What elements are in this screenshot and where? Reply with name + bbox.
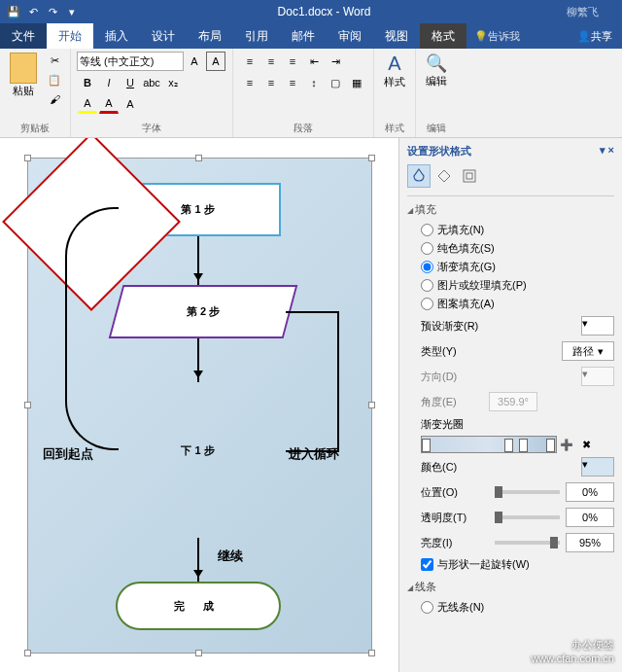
loop-connector[interactable] — [286, 311, 339, 452]
resize-handle[interactable] — [24, 650, 31, 656]
color-picker[interactable]: ▾ — [581, 457, 614, 477]
effects-tab-icon[interactable] — [432, 164, 456, 188]
fill-section[interactable]: 填充 — [407, 202, 614, 217]
tab-layout[interactable]: 布局 — [187, 23, 233, 49]
brightness-label: 亮度(I) — [421, 536, 489, 550]
indent-inc-button[interactable]: ⇥ — [326, 52, 345, 71]
gradient-stop[interactable] — [546, 439, 555, 452]
step1-label: 第 1 步 — [181, 202, 214, 217]
pane-close-icon[interactable]: ▾ × — [600, 144, 614, 159]
tab-references[interactable]: 引用 — [233, 23, 280, 49]
svg-rect-2 — [466, 173, 472, 179]
undo-icon[interactable]: ↶ — [24, 3, 42, 20]
char-border-icon[interactable]: A — [206, 52, 225, 71]
font-size-inc-icon[interactable]: A — [185, 52, 204, 71]
styles-button[interactable]: A 样式 — [380, 51, 409, 91]
highlight-button[interactable]: A — [78, 94, 97, 114]
editing-button[interactable]: 🔍 编辑 — [422, 51, 451, 90]
transparency-label: 透明度(T) — [421, 511, 489, 525]
tab-view[interactable]: 视图 — [373, 23, 420, 49]
indent-dec-button[interactable]: ⇤ — [304, 52, 324, 71]
align-right-button[interactable]: ≡ — [283, 73, 302, 92]
borders-button[interactable]: ▦ — [347, 73, 366, 92]
direction-label: 方向(D) — [421, 370, 489, 384]
curve-connector[interactable] — [65, 207, 119, 450]
subscript-button[interactable]: x₂ — [163, 73, 183, 92]
font-name-select[interactable] — [77, 52, 184, 71]
tell-me-search[interactable]: 💡 告诉我 — [474, 29, 520, 44]
watermark-title: 办公便签 — [531, 638, 614, 653]
line-spacing-button[interactable]: ↕ — [304, 73, 324, 92]
redo-icon[interactable]: ↷ — [44, 3, 61, 20]
gradient-stop[interactable] — [504, 439, 513, 452]
share-button[interactable]: 👤 共享 — [568, 29, 622, 44]
paste-button[interactable]: 粘贴 — [6, 51, 41, 100]
size-tab-icon[interactable] — [458, 164, 481, 188]
save-icon[interactable]: 💾 — [5, 3, 22, 20]
flow-step-2[interactable]: 第 2 步 — [108, 285, 297, 338]
resize-handle[interactable] — [24, 155, 31, 161]
arrow-connector[interactable] — [197, 338, 199, 382]
preset-gradient-picker[interactable]: ▾ — [581, 316, 614, 336]
gradient-type-select[interactable]: 路径 ▾ — [562, 341, 614, 361]
resize-handle[interactable] — [24, 402, 31, 408]
tab-design[interactable]: 设计 — [140, 23, 187, 49]
add-stop-icon[interactable]: ➕ — [558, 436, 575, 453]
font-color-button[interactable]: A — [99, 94, 119, 114]
fill-line-tab-icon[interactable] — [407, 164, 431, 188]
line-section[interactable]: 线条 — [407, 580, 614, 594]
clipboard-label: 剪贴板 — [6, 120, 64, 137]
no-fill-radio[interactable]: 无填充(N) — [407, 221, 614, 239]
bullets-button[interactable]: ≡ — [240, 52, 259, 71]
numbering-button[interactable]: ≡ — [261, 52, 281, 71]
align-left-button[interactable]: ≡ — [240, 73, 259, 92]
qat-more-icon[interactable]: ▾ — [63, 3, 81, 20]
continue-label: 继续 — [218, 548, 243, 565]
resize-handle[interactable] — [195, 155, 202, 161]
tab-review[interactable]: 审阅 — [327, 23, 373, 49]
solid-fill-radio[interactable]: 纯色填充(S) — [407, 239, 614, 258]
copy-icon[interactable]: 📋 — [46, 71, 63, 88]
gradient-stop[interactable] — [422, 439, 431, 452]
tab-home[interactable]: 开始 — [47, 23, 93, 49]
cut-icon[interactable]: ✂ — [46, 52, 63, 69]
position-input[interactable] — [566, 482, 614, 502]
char-shading-button[interactable]: A — [121, 94, 140, 114]
group-editing: 🔍 编辑 编辑 — [416, 49, 457, 137]
underline-button[interactable]: U — [121, 73, 140, 92]
gradient-stop[interactable] — [519, 439, 528, 452]
no-line-radio[interactable]: 无线条(N) — [407, 598, 614, 617]
rotate-with-shape-checkbox[interactable]: 与形状一起旋转(W) — [407, 555, 614, 574]
document-canvas[interactable]: 第 1 步 第 2 步 下 1 步 完 成 回到起点 进入循环 继续 — [0, 138, 398, 672]
brightness-input[interactable] — [566, 533, 614, 552]
bold-button[interactable]: B — [78, 73, 97, 92]
resize-handle[interactable] — [368, 402, 375, 408]
position-slider[interactable] — [495, 490, 560, 494]
flow-terminal[interactable]: 完 成 — [116, 582, 281, 630]
multilevel-button[interactable]: ≡ — [283, 52, 302, 71]
pattern-fill-radio[interactable]: 图案填充(A) — [407, 295, 614, 313]
tab-insert[interactable]: 插入 — [93, 23, 140, 49]
tab-file[interactable]: 文件 — [0, 23, 47, 49]
transparency-input[interactable] — [566, 508, 614, 527]
resize-handle[interactable] — [368, 155, 375, 161]
gradient-stops-bar[interactable] — [421, 436, 557, 453]
shading-button[interactable]: ▢ — [326, 73, 345, 92]
flowchart-shape[interactable]: 第 1 步 第 2 步 下 1 步 完 成 回到起点 进入循环 继续 — [27, 158, 372, 654]
transparency-slider[interactable] — [495, 515, 560, 519]
italic-button[interactable]: I — [99, 73, 119, 92]
tab-mailings[interactable]: 邮件 — [280, 23, 327, 49]
brightness-slider[interactable] — [495, 541, 560, 545]
tab-format[interactable]: 格式 — [420, 23, 466, 49]
picture-fill-radio[interactable]: 图片或纹理填充(P) — [407, 276, 614, 295]
remove-stop-icon[interactable]: ✖ — [577, 436, 595, 453]
strike-button[interactable]: abc — [142, 73, 161, 92]
arrow-connector[interactable] — [197, 236, 199, 285]
format-painter-icon[interactable]: 🖌 — [46, 90, 63, 108]
resize-handle[interactable] — [195, 650, 202, 656]
gradient-fill-radio[interactable]: 渐变填充(G) — [407, 258, 614, 276]
group-clipboard: 粘贴 ✂ 📋 🖌 剪贴板 — [0, 49, 71, 137]
align-center-button[interactable]: ≡ — [261, 73, 281, 92]
resize-handle[interactable] — [368, 650, 375, 656]
arrow-connector[interactable] — [197, 538, 199, 582]
